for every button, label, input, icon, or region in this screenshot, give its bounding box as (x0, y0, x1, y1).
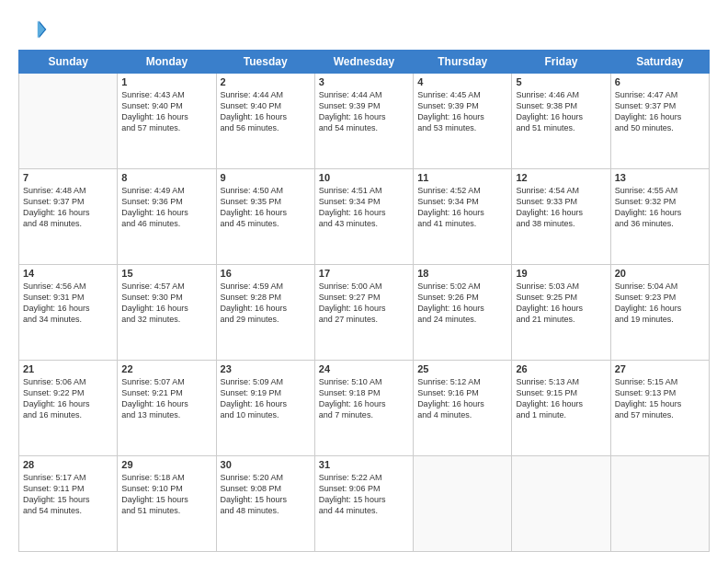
calendar-table: Sunday Monday Tuesday Wednesday Thursday… (18, 50, 710, 552)
calendar-cell (610, 456, 709, 552)
day-number: 11 (417, 172, 507, 183)
day-number: 20 (615, 268, 705, 279)
day-number: 25 (417, 363, 507, 374)
calendar-cell: 16Sunrise: 4:59 AM Sunset: 9:28 PM Dayli… (216, 265, 314, 361)
day-info: Sunrise: 5:07 AM Sunset: 9:21 PM Dayligh… (121, 376, 211, 421)
day-info: Sunrise: 5:09 AM Sunset: 9:19 PM Dayligh… (221, 376, 311, 421)
calendar-cell: 22Sunrise: 5:07 AM Sunset: 9:21 PM Dayli… (118, 361, 216, 456)
day-number: 9 (221, 172, 311, 183)
day-number: 21 (23, 363, 113, 374)
logo (18, 15, 51, 44)
calendar-cell: 28Sunrise: 5:17 AM Sunset: 9:11 PM Dayli… (19, 456, 118, 552)
col-monday: Monday (118, 51, 216, 74)
calendar-cell: 7Sunrise: 4:48 AM Sunset: 9:37 PM Daylig… (19, 169, 118, 265)
day-number: 3 (319, 76, 409, 87)
day-number: 14 (23, 268, 113, 279)
calendar-cell (19, 74, 118, 169)
calendar-cell: 11Sunrise: 4:52 AM Sunset: 9:34 PM Dayli… (414, 169, 512, 265)
calendar-cell: 12Sunrise: 4:54 AM Sunset: 9:33 PM Dayli… (512, 169, 610, 265)
day-number: 6 (615, 76, 705, 87)
day-info: Sunrise: 4:54 AM Sunset: 9:33 PM Dayligh… (516, 185, 606, 230)
day-number: 27 (615, 363, 705, 374)
day-number: 28 (23, 459, 113, 470)
calendar-header: Sunday Monday Tuesday Wednesday Thursday… (19, 51, 710, 74)
day-info: Sunrise: 4:44 AM Sunset: 9:39 PM Dayligh… (319, 89, 409, 134)
day-info: Sunrise: 4:46 AM Sunset: 9:38 PM Dayligh… (516, 89, 606, 134)
day-info: Sunrise: 4:50 AM Sunset: 9:35 PM Dayligh… (221, 185, 311, 230)
day-number: 15 (121, 268, 211, 279)
day-info: Sunrise: 5:20 AM Sunset: 9:08 PM Dayligh… (221, 472, 311, 517)
day-number: 1 (121, 76, 211, 87)
col-saturday: Saturday (610, 51, 709, 74)
day-number: 23 (221, 363, 311, 374)
day-number: 19 (516, 268, 606, 279)
day-number: 4 (417, 76, 507, 87)
week-row-2: 14Sunrise: 4:56 AM Sunset: 9:31 PM Dayli… (19, 265, 710, 361)
calendar-cell: 13Sunrise: 4:55 AM Sunset: 9:32 PM Dayli… (610, 169, 709, 265)
day-number: 29 (121, 459, 211, 470)
day-number: 31 (319, 459, 409, 470)
day-number: 13 (615, 172, 705, 183)
day-info: Sunrise: 4:48 AM Sunset: 9:37 PM Dayligh… (23, 185, 113, 230)
calendar-cell: 10Sunrise: 4:51 AM Sunset: 9:34 PM Dayli… (314, 169, 413, 265)
day-info: Sunrise: 5:00 AM Sunset: 9:27 PM Dayligh… (319, 281, 409, 326)
calendar-cell: 30Sunrise: 5:20 AM Sunset: 9:08 PM Dayli… (216, 456, 314, 552)
day-number: 30 (221, 459, 311, 470)
header-row: Sunday Monday Tuesday Wednesday Thursday… (19, 51, 710, 74)
day-number: 17 (319, 268, 409, 279)
calendar-body: 1Sunrise: 4:43 AM Sunset: 9:40 PM Daylig… (19, 74, 710, 552)
calendar-cell: 24Sunrise: 5:10 AM Sunset: 9:18 PM Dayli… (314, 361, 413, 456)
day-info: Sunrise: 4:56 AM Sunset: 9:31 PM Dayligh… (23, 281, 113, 326)
calendar-cell: 20Sunrise: 5:04 AM Sunset: 9:23 PM Dayli… (610, 265, 709, 361)
day-number: 2 (221, 76, 311, 87)
col-wednesday: Wednesday (314, 51, 413, 74)
day-number: 18 (417, 268, 507, 279)
col-thursday: Thursday (414, 51, 512, 74)
day-info: Sunrise: 4:43 AM Sunset: 9:40 PM Dayligh… (121, 89, 211, 134)
calendar-cell: 21Sunrise: 5:06 AM Sunset: 9:22 PM Dayli… (19, 361, 118, 456)
day-number: 22 (121, 363, 211, 374)
day-info: Sunrise: 5:18 AM Sunset: 9:10 PM Dayligh… (121, 472, 211, 517)
day-number: 24 (319, 363, 409, 374)
day-info: Sunrise: 5:17 AM Sunset: 9:11 PM Dayligh… (23, 472, 113, 517)
calendar-cell (512, 456, 610, 552)
day-info: Sunrise: 4:45 AM Sunset: 9:39 PM Dayligh… (417, 89, 507, 134)
calendar-cell: 31Sunrise: 5:22 AM Sunset: 9:06 PM Dayli… (314, 456, 413, 552)
week-row-4: 28Sunrise: 5:17 AM Sunset: 9:11 PM Dayli… (19, 456, 710, 552)
day-info: Sunrise: 5:06 AM Sunset: 9:22 PM Dayligh… (23, 376, 113, 421)
calendar-cell: 27Sunrise: 5:15 AM Sunset: 9:13 PM Dayli… (610, 361, 709, 456)
day-info: Sunrise: 4:49 AM Sunset: 9:36 PM Dayligh… (121, 185, 211, 230)
day-number: 26 (516, 363, 606, 374)
calendar-cell: 5Sunrise: 4:46 AM Sunset: 9:38 PM Daylig… (512, 74, 610, 169)
calendar-cell: 1Sunrise: 4:43 AM Sunset: 9:40 PM Daylig… (118, 74, 216, 169)
calendar-cell: 14Sunrise: 4:56 AM Sunset: 9:31 PM Dayli… (19, 265, 118, 361)
calendar-cell: 19Sunrise: 5:03 AM Sunset: 9:25 PM Dayli… (512, 265, 610, 361)
day-info: Sunrise: 4:59 AM Sunset: 9:28 PM Dayligh… (221, 281, 311, 326)
calendar-cell: 3Sunrise: 4:44 AM Sunset: 9:39 PM Daylig… (314, 74, 413, 169)
day-info: Sunrise: 4:47 AM Sunset: 9:37 PM Dayligh… (615, 89, 705, 134)
calendar-cell (414, 456, 512, 552)
day-info: Sunrise: 5:10 AM Sunset: 9:18 PM Dayligh… (319, 376, 409, 421)
day-info: Sunrise: 5:13 AM Sunset: 9:15 PM Dayligh… (516, 376, 606, 421)
week-row-1: 7Sunrise: 4:48 AM Sunset: 9:37 PM Daylig… (19, 169, 710, 265)
day-number: 10 (319, 172, 409, 183)
calendar-cell: 9Sunrise: 4:50 AM Sunset: 9:35 PM Daylig… (216, 169, 314, 265)
day-info: Sunrise: 5:02 AM Sunset: 9:26 PM Dayligh… (417, 281, 507, 326)
day-info: Sunrise: 5:22 AM Sunset: 9:06 PM Dayligh… (319, 472, 409, 517)
calendar-cell: 29Sunrise: 5:18 AM Sunset: 9:10 PM Dayli… (118, 456, 216, 552)
day-info: Sunrise: 4:55 AM Sunset: 9:32 PM Dayligh… (615, 185, 705, 230)
day-number: 12 (516, 172, 606, 183)
day-info: Sunrise: 5:12 AM Sunset: 9:16 PM Dayligh… (417, 376, 507, 421)
day-info: Sunrise: 4:51 AM Sunset: 9:34 PM Dayligh… (319, 185, 409, 230)
day-info: Sunrise: 4:52 AM Sunset: 9:34 PM Dayligh… (417, 185, 507, 230)
header (18, 15, 710, 44)
calendar-cell: 8Sunrise: 4:49 AM Sunset: 9:36 PM Daylig… (118, 169, 216, 265)
calendar-cell: 15Sunrise: 4:57 AM Sunset: 9:30 PM Dayli… (118, 265, 216, 361)
day-info: Sunrise: 5:04 AM Sunset: 9:23 PM Dayligh… (615, 281, 705, 326)
col-sunday: Sunday (19, 51, 118, 74)
calendar-cell: 23Sunrise: 5:09 AM Sunset: 9:19 PM Dayli… (216, 361, 314, 456)
week-row-3: 21Sunrise: 5:06 AM Sunset: 9:22 PM Dayli… (19, 361, 710, 456)
calendar-cell: 18Sunrise: 5:02 AM Sunset: 9:26 PM Dayli… (414, 265, 512, 361)
calendar-cell: 26Sunrise: 5:13 AM Sunset: 9:15 PM Dayli… (512, 361, 610, 456)
day-info: Sunrise: 5:03 AM Sunset: 9:25 PM Dayligh… (516, 281, 606, 326)
